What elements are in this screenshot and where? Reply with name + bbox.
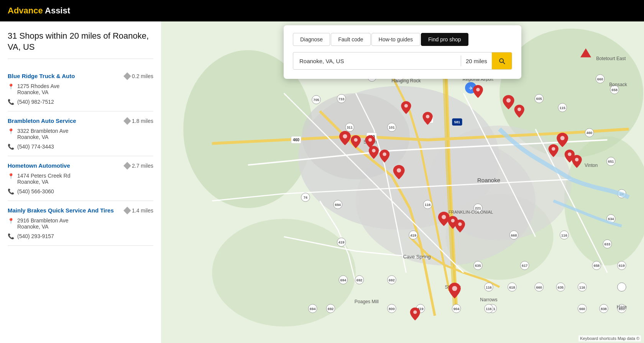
shop-item: Mainly Brakes Quick Service And Tires 1.…: [8, 201, 153, 246]
main-layout: 31 Shops within 20 miles of Roanoke, VA,…: [0, 21, 644, 343]
svg-text:419: 419: [410, 234, 416, 237]
svg-text:692: 692: [356, 278, 363, 282]
svg-point-134: [372, 149, 375, 152]
svg-point-128: [426, 115, 429, 118]
svg-text:660: 660: [536, 286, 542, 289]
svg-text:635: 635: [475, 264, 481, 268]
svg-text:633: 633: [605, 242, 611, 246]
svg-text:838: 838: [601, 307, 607, 311]
shop-header-1: Brambleton Auto Service 1.8 miles: [8, 118, 153, 124]
shop-phone-2: 📞 (540) 566-3060: [8, 188, 153, 194]
search-button[interactable]: [492, 52, 512, 69]
location-icon-0: 📍: [8, 83, 14, 90]
diamond-icon-3: [123, 207, 131, 214]
shop-address-1: 📍 3322 Brambleton AveRoanoke, VA: [8, 128, 153, 140]
shop-phone-text-1: (540) 774-3443: [17, 144, 54, 150]
svg-point-139: [568, 152, 571, 156]
svg-text:116: 116: [561, 234, 567, 237]
header: Advance Assist: [0, 0, 644, 21]
shop-distance-value-3: 1.4 miles: [132, 207, 153, 214]
tab-fault-code[interactable]: Fault code: [331, 33, 370, 46]
shop-address-0: 📍 1275 Rhodes AveRoanoke, VA: [8, 83, 153, 95]
svg-text:800: 800: [389, 307, 395, 311]
search-row: 20 miles 10 miles 50 miles: [293, 52, 512, 70]
svg-text:FRANKLIN-COLONIAL: FRANKLIN-COLONIAL: [449, 210, 493, 214]
svg-text:733: 733: [338, 97, 345, 101]
shops-count-title: 31 Shops within 20 miles of Roanoke, VA,…: [8, 31, 153, 59]
shop-distance-value-1: 1.8 miles: [132, 118, 153, 124]
svg-point-143: [458, 222, 462, 226]
svg-text:116: 116: [579, 286, 585, 289]
location-icon-3: 📍: [8, 218, 14, 224]
location-input[interactable]: [293, 53, 461, 69]
phone-icon-0: 📞: [8, 99, 14, 105]
svg-text:658: 658: [611, 88, 618, 92]
svg-text:74: 74: [304, 196, 308, 199]
svg-text:101: 101: [389, 126, 395, 129]
svg-point-133: [368, 138, 372, 142]
shop-name-3[interactable]: Mainly Brakes Quick Service And Tires: [8, 207, 114, 214]
shop-address-text-3: 2916 Brambleton AveRoanoke, VA: [17, 217, 69, 230]
shop-distance-2: 2.7 miles: [125, 163, 153, 169]
shop-phone-1: 📞 (540) 774-3443: [8, 143, 153, 150]
svg-text:651: 651: [608, 160, 614, 163]
svg-point-136: [397, 168, 401, 172]
map-area: 460 460 581 11 733 705: [161, 21, 644, 343]
logo-advance: Advance: [8, 6, 43, 15]
svg-text:✈: ✈: [469, 85, 473, 91]
svg-text:Poages Mill: Poages Mill: [355, 299, 379, 304]
phone-icon-1: 📞: [8, 144, 14, 150]
shop-header-2: Hometown Automotive 2.7 miles: [8, 162, 153, 169]
shop-phone-text-2: (540) 566-3060: [17, 188, 54, 194]
svg-text:904: 904: [453, 307, 460, 311]
svg-text:115: 115: [559, 106, 565, 110]
map-credits: Keyboard shortcuts Map data ©: [578, 335, 641, 341]
shop-address-2: 📍 1474 Peters Creek RdRoanoke, VA: [8, 173, 153, 185]
shop-distance-value-0: 0.2 miles: [132, 73, 153, 79]
phone-icon-2: 📞: [8, 188, 14, 194]
svg-text:460: 460: [586, 131, 593, 135]
search-icon: [498, 57, 506, 65]
phone-icon-3: 📞: [8, 233, 14, 239]
sidebar: 31 Shops within 20 miles of Roanoke, VA,…: [0, 21, 161, 343]
shop-distance-1: 1.8 miles: [125, 118, 153, 124]
svg-text:694: 694: [335, 203, 341, 207]
svg-point-144: [452, 286, 457, 291]
svg-text:692: 692: [328, 307, 334, 311]
svg-text:694: 694: [310, 307, 316, 311]
shop-name-0[interactable]: Blue Ridge Truck & Auto: [8, 73, 75, 79]
tab-find-pro-shop[interactable]: Find pro shop: [421, 33, 468, 46]
logo: Advance Assist: [8, 6, 70, 16]
svg-point-141: [442, 215, 446, 219]
diamond-icon-0: [123, 72, 131, 80]
shop-item: Brambleton Auto Service 1.8 miles 📍 3322…: [8, 111, 153, 156]
shop-distance-value-2: 2.7 miles: [132, 163, 153, 169]
svg-text:116: 116: [486, 286, 492, 289]
svg-point-138: [552, 147, 555, 150]
svg-point-135: [383, 152, 386, 156]
search-overlay: Diagnose Fault code How-to guides Find p…: [284, 25, 521, 79]
svg-text:694: 694: [340, 278, 347, 282]
tab-how-to-guides[interactable]: How-to guides: [371, 33, 421, 46]
svg-text:705: 705: [313, 98, 319, 102]
svg-text:668: 668: [511, 234, 517, 237]
shop-name-1[interactable]: Brambleton Auto Service: [8, 118, 76, 124]
shops-list: Blue Ridge Truck & Auto 0.2 miles 📍 1275…: [8, 67, 153, 246]
svg-text:116: 116: [486, 307, 492, 311]
svg-text:692: 692: [389, 278, 395, 282]
svg-text:Cave Spring: Cave Spring: [403, 254, 430, 260]
shop-distance-3: 1.4 miles: [125, 207, 153, 214]
svg-text:660: 660: [579, 307, 585, 311]
shop-address-3: 📍 2916 Brambleton AveRoanoke, VA: [8, 217, 153, 230]
miles-select[interactable]: 20 miles 10 miles 50 miles: [461, 53, 492, 69]
location-icon-1: 📍: [8, 128, 14, 134]
tab-diagnose[interactable]: Diagnose: [293, 33, 330, 46]
diamond-icon-2: [123, 162, 131, 170]
svg-text:617: 617: [522, 264, 528, 268]
svg-point-142: [451, 219, 455, 222]
svg-point-140: [575, 158, 578, 161]
svg-point-131: [343, 134, 347, 138]
svg-point-127: [404, 104, 408, 108]
shop-name-2[interactable]: Hometown Automotive: [8, 162, 70, 169]
svg-text:Bonsack: Bonsack: [609, 82, 628, 87]
